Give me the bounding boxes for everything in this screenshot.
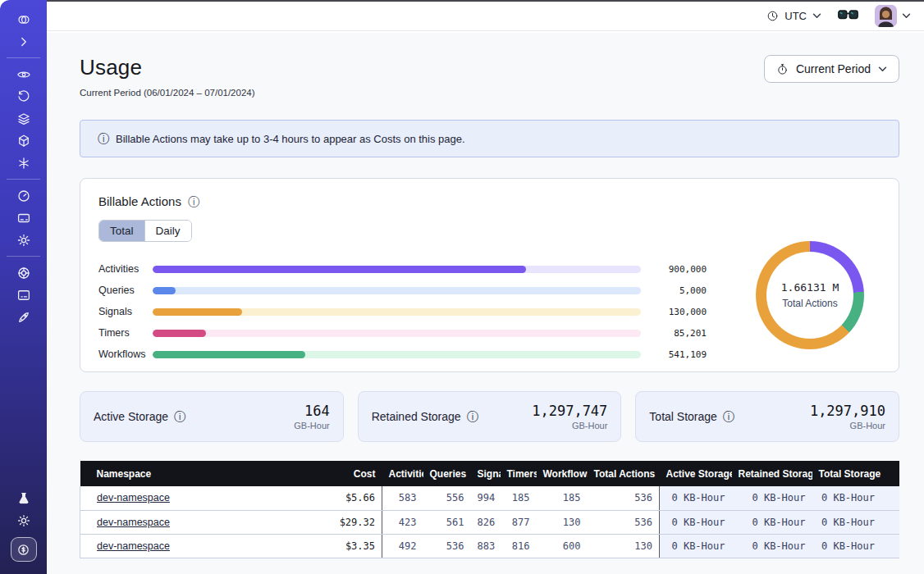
timezone-selector[interactable]: UTC (766, 10, 821, 22)
sidebar-item-nexus[interactable] (0, 152, 47, 174)
retained-storage-cell: 0 KB-Hour (732, 486, 812, 510)
sidebar (0, 0, 47, 574)
bar-track (153, 287, 641, 294)
donut-chart: 1.66131 M Total Actions (756, 241, 864, 349)
bar-label: Queries (98, 285, 153, 296)
timers-cell: 185 (501, 486, 537, 510)
sidebar-item-billing[interactable] (0, 207, 47, 229)
total-actions-cell: 536 (588, 486, 660, 510)
flask-icon (16, 491, 31, 506)
bar-track (153, 351, 641, 358)
activities-cell: 423 (382, 510, 423, 534)
col-total-storage: Total Storage (812, 461, 900, 486)
cube-icon (16, 134, 31, 148)
bar-fill (153, 308, 242, 316)
info-banner: ⓘ Billable Actions may take up to 3-4 ho… (80, 120, 899, 157)
sidebar-expand-button[interactable] (0, 30, 47, 52)
sidebar-item-home[interactable] (0, 8, 47, 30)
sidebar-item-history[interactable] (0, 85, 47, 107)
active-storage-cell: 0 KB-Hour (660, 534, 732, 558)
sidebar-item-usage[interactable] (0, 184, 47, 207)
sidebar-item-settings[interactable] (0, 229, 47, 251)
info-icon: ⓘ (98, 133, 109, 144)
topbar: UTC (47, 0, 924, 31)
col-workflows: Workflows (537, 461, 588, 486)
table-header: Namespace Cost Activities Queries Signal… (80, 461, 900, 486)
total-daily-tabs: Total Daily (98, 220, 192, 242)
page-subtitle: Current Period (06/01/2024 – 07/01/2024) (80, 88, 255, 98)
billable-actions-title: Billable Actions (98, 194, 181, 208)
bar-track (153, 308, 641, 316)
sun-icon (16, 513, 31, 528)
temporal-logo-icon (16, 12, 31, 27)
bar-label: Signals (98, 306, 153, 317)
col-queries: Queries (423, 461, 471, 486)
bar-row: Timers 85,201 (98, 322, 707, 344)
sidebar-item-feedback[interactable] (0, 284, 47, 306)
sidebar-item-labs[interactable] (0, 487, 47, 509)
billable-actions-title-row: Billable Actions ⓘ (98, 194, 881, 208)
retained-storage-cell: 0 KB-Hour (732, 510, 812, 534)
account-menu[interactable] (875, 5, 911, 27)
sidebar-divider (7, 179, 40, 180)
billable-bar-chart: Activities 900,000 Queries 5,000 Signals… (98, 258, 707, 365)
table-row: dev-namespace $5.66 583 556 994 185 185 … (80, 486, 900, 510)
timers-cell: 816 (501, 534, 537, 558)
sidebar-divider (7, 256, 40, 257)
bar-value: 541,109 (641, 349, 707, 360)
signals-cell: 826 (471, 510, 501, 534)
page-title-block: Usage Current Period (06/01/2024 – 07/01… (80, 55, 255, 98)
sidebar-item-layers[interactable] (0, 107, 47, 130)
glasses-button[interactable] (838, 10, 858, 22)
activities-cell: 583 (382, 486, 423, 510)
bar-fill (153, 287, 176, 294)
retained-storage-value: 1,297,747 (532, 403, 607, 419)
bar-row: Signals 130,000 (98, 301, 707, 322)
col-cost: Cost (304, 461, 382, 486)
sidebar-item-getting-started[interactable] (0, 306, 47, 328)
sidebar-item-theme[interactable] (0, 509, 47, 531)
total-storage-cell: 0 KB-Hour (812, 534, 900, 558)
signals-cell: 994 (471, 486, 501, 510)
current-period-button[interactable]: Current Period (764, 55, 899, 83)
namespace-link[interactable]: dev-namespace (97, 540, 170, 552)
namespace-link[interactable]: dev-namespace (97, 492, 170, 503)
chevron-down-icon (878, 66, 887, 72)
donut-total-value: 1.66131 M (781, 281, 839, 294)
col-total-actions: Total Actions (588, 461, 660, 486)
eye-icon (16, 67, 31, 82)
info-icon[interactable]: ⓘ (174, 411, 185, 422)
namespace-table-wrap: Namespace Cost Activities Queries Signal… (80, 461, 899, 558)
timers-cell: 877 (501, 510, 537, 534)
page-header: Usage Current Period (06/01/2024 – 07/01… (80, 55, 899, 98)
cost-cell: $5.66 (304, 486, 382, 510)
bar-value: 5,000 (641, 285, 707, 296)
info-icon[interactable]: ⓘ (467, 411, 478, 422)
sidebar-item-usage-active[interactable] (0, 535, 47, 564)
bar-value: 130,000 (641, 307, 707, 317)
col-retained-storage: Retained Storage (732, 461, 812, 486)
sidebar-item-namespaces[interactable] (0, 63, 47, 85)
workflows-cell: 185 (537, 486, 588, 510)
cost-cell: $3.35 (304, 534, 382, 558)
info-icon[interactable]: ⓘ (723, 411, 734, 422)
col-signals: Signals (471, 461, 501, 486)
sidebar-item-support[interactable] (0, 262, 47, 284)
page-title: Usage (80, 55, 255, 80)
info-icon[interactable]: ⓘ (188, 196, 199, 207)
namespace-table: Namespace Cost Activities Queries Signal… (80, 461, 899, 558)
tab-total[interactable]: Total (99, 221, 144, 241)
bar-label: Activities (98, 263, 153, 275)
active-storage-cell: 0 KB-Hour (660, 510, 732, 534)
active-storage-unit: GB-Hour (294, 421, 329, 430)
workflows-cell: 130 (537, 510, 588, 534)
bar-label: Timers (98, 327, 153, 339)
sidebar-item-deployments[interactable] (0, 130, 47, 152)
namespace-link[interactable]: dev-namespace (97, 517, 170, 528)
stopwatch-icon (776, 63, 789, 75)
tab-daily[interactable]: Daily (144, 221, 191, 241)
active-storage-cell: 0 KB-Hour (660, 486, 732, 510)
total-storage-label: Total Storage (649, 410, 717, 423)
lifebuoy-icon (16, 266, 31, 280)
total-storage-cell: 0 KB-Hour (812, 510, 900, 534)
